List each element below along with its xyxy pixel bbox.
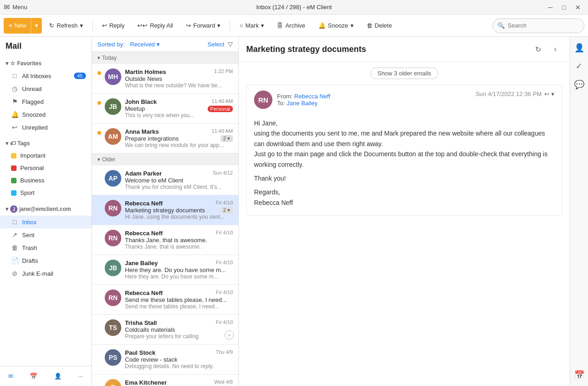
email-from-name: John Black (125, 98, 157, 105)
sidebar-item-unread[interactable]: ◷ Unread (0, 82, 91, 95)
email-view-header: Marketing strategy documents ↻ ‹ (239, 37, 570, 62)
mark-button[interactable]: ○ Mark ▾ (234, 18, 270, 34)
calendar-panel-button[interactable]: 📅 (572, 368, 587, 382)
sidebar-item-all-inboxes[interactable]: □ All Inboxes 45 (0, 69, 91, 82)
email-from-info: From: Rebecca Neff To: Jane Bailey (277, 93, 330, 107)
sidebar-item-snoozed[interactable]: 🔔 Snoozed (0, 108, 91, 121)
sidebar-item-inbox[interactable]: □ Inbox (0, 216, 91, 228)
tags-header[interactable]: ▾ 🏷 Tags (0, 137, 91, 149)
email-list-item[interactable]: AP Adam Parker Sun 4/12 Welcome to eM Cl… (92, 165, 238, 195)
email-list-item[interactable]: PS Paul Stock Thu 4/9 Code review - stac… (92, 345, 238, 375)
sort-field[interactable]: Received (130, 41, 155, 48)
forward-button[interactable]: ↪ Forward ▾ (181, 18, 226, 34)
nav-contacts-button[interactable]: 👤 (47, 369, 69, 383)
contact-panel-button[interactable]: 👤 (572, 40, 587, 55)
sidebar-item-trash[interactable]: 🗑 Trash (0, 241, 91, 254)
reply-all-button[interactable]: ↩↩ Reply All (132, 18, 179, 34)
unread-icon: ◷ (11, 85, 18, 92)
account-header[interactable]: ▾ J jane@emclient.com (0, 203, 91, 216)
email-time: Wed 4/8 (212, 379, 233, 385)
search-box[interactable]: 🔍 (492, 18, 584, 33)
sidebar-item-unreplied[interactable]: ↩ Unreplied (0, 121, 91, 134)
sort-dropdown-icon[interactable]: ▾ (157, 41, 160, 48)
unread-indicator (97, 260, 101, 280)
email-date: Sun 4/17/2022 12:36 PM ↩ ▾ (475, 91, 554, 97)
snooze-button[interactable]: 🔔 Snooze ▾ (313, 18, 359, 34)
email-top-row: Rebecca Neff Fri 4/10 (125, 290, 233, 296)
new-button[interactable]: + New ▾ (4, 18, 42, 34)
reply-indicator-icon: ↩ (11, 124, 18, 131)
sender-avatar-list: AM (105, 128, 121, 145)
to-name-link[interactable]: Jane Bailey (287, 100, 317, 107)
sender-avatar: RN (254, 91, 272, 109)
close-button[interactable]: ✕ (571, 2, 584, 13)
search-input[interactable] (508, 22, 579, 29)
email-list-item[interactable]: E Ema Kitchener Wed 4/8 Meeting Thank yo… (92, 375, 238, 386)
email-meta: Jane Bailey Fri 4/10 Here they are. Do y… (125, 260, 233, 280)
email-list-scroll[interactable]: ▾ Today MH Martin Holmes 1:22 PM Outside… (92, 52, 238, 386)
email-top-row: Jane Bailey Fri 4/10 (125, 260, 233, 267)
group-chevron-icon: ▾ (97, 156, 100, 163)
add-to-group-icon[interactable]: + (225, 330, 234, 340)
sidebar-item-junk[interactable]: ⊘ Junk E-mail (0, 267, 91, 280)
email-list-item[interactable]: TS Trisha Stall Fri 4/10 Coldcalls mater… (92, 315, 238, 345)
email-count-badge: 2 ▾ (220, 207, 233, 214)
menu-label[interactable]: Menu (12, 4, 28, 11)
reply-button[interactable]: ↩ Reply (96, 18, 130, 34)
refresh-button[interactable]: ↻ Refresh ▾ (44, 18, 89, 34)
delete-button[interactable]: 🗑 Delete (361, 18, 398, 34)
email-list-item[interactable]: RN Rebecca Neff Fri 4/10 Marketing strat… (92, 195, 238, 225)
sidebar-item-drafts[interactable]: 📄 Drafts (0, 254, 91, 267)
minimize-button[interactable]: ─ (544, 2, 557, 13)
email-body-line: Rebecca Neff (254, 198, 554, 208)
nav-mail-button[interactable]: ✉ (1, 369, 21, 383)
refresh-dropdown-icon: ▾ (80, 22, 83, 29)
email-list: Sorted by: Received ▾ Select ▽ ▾ Today M… (92, 37, 239, 386)
email-view: Marketing strategy documents ↻ ‹ Show 3 … (239, 37, 570, 386)
email-preview-text: Prepare your letters for calling (125, 333, 233, 340)
sidebar-item-tag-sport[interactable]: Sport (0, 187, 91, 199)
show-older-emails-button[interactable]: Show 3 older emails (370, 68, 438, 79)
email-meta: Rebecca Neff Fri 4/10 Thanks Jane, that … (125, 230, 233, 250)
collapse-panel-button[interactable]: ‹ (548, 42, 562, 56)
sidebar-item-tag-personal[interactable]: Personal (0, 162, 91, 174)
nav-calendar-button[interactable]: 📅 (23, 369, 45, 383)
email-list-item[interactable]: AM Anna Marks 11:40 AM Prepare integrati… (92, 124, 238, 153)
email-subject-line: Prepare integrations 2 ▾ (125, 135, 233, 142)
email-content-scroll[interactable]: Show 3 older emails RN From: Rebecca Nef… (239, 62, 570, 386)
email-list-item[interactable]: MH Martin Holmes 1:22 PM Outside News Wh… (92, 64, 238, 94)
new-dropdown-arrow[interactable]: ▾ (31, 18, 42, 34)
sidebar-item-flagged[interactable]: ⚑ Flagged (0, 95, 91, 108)
email-preview-text: Thank you for choosing eM Client. It's..… (125, 184, 233, 190)
filter-icon[interactable]: ▽ (228, 40, 233, 48)
tasks-panel-button[interactable]: ✓ (572, 59, 587, 74)
refresh-email-button[interactable]: ↻ (531, 42, 545, 56)
email-top-row: Martin Holmes 1:22 PM (125, 68, 233, 75)
sidebar-item-tag-business[interactable]: Business (0, 174, 91, 187)
trash-folder-icon: 🗑 (11, 244, 18, 251)
more-actions-icon[interactable]: ▾ (551, 91, 554, 97)
unread-indicator (97, 230, 101, 250)
sender-avatar-list: RN (105, 200, 121, 216)
title-bar-left: ✉ Menu (4, 3, 28, 11)
email-list-item[interactable]: RN Rebecca Neff Fri 4/10 Send me these t… (92, 285, 238, 315)
archive-button[interactable]: 🗄 Archive (271, 18, 311, 34)
email-list-header: Sorted by: Received ▾ Select ▽ (92, 37, 238, 52)
email-time: Sun 4/12 (211, 170, 233, 176)
favorites-header[interactable]: ▾ ☆ Favorites (0, 57, 91, 69)
sidebar-item-tag-important[interactable]: Important (0, 149, 91, 162)
drafts-icon: 📄 (11, 257, 18, 264)
maximize-button[interactable]: □ (558, 2, 571, 13)
chat-panel-button[interactable]: 💬 (572, 77, 587, 92)
email-list-item[interactable]: JB Jane Bailey Fri 4/10 Here they are. D… (92, 255, 238, 285)
unread-indicator (97, 349, 101, 369)
from-name-link[interactable]: Rebecca Neff (294, 93, 331, 100)
toolbar-separator-2 (230, 20, 230, 31)
email-time: 11:40 AM (210, 128, 233, 134)
reply-msg-icon[interactable]: ↩ (544, 91, 549, 97)
email-list-item[interactable]: RN Rebecca Neff Fri 4/10 Thanks Jane, th… (92, 225, 238, 255)
nav-more-button[interactable]: ··· (71, 369, 90, 383)
sidebar-item-sent[interactable]: ↗ Sent (0, 228, 91, 241)
select-button[interactable]: Select (208, 41, 224, 48)
email-list-item[interactable]: JB John Black 11:40 AM Meetup Personal T… (92, 94, 238, 124)
